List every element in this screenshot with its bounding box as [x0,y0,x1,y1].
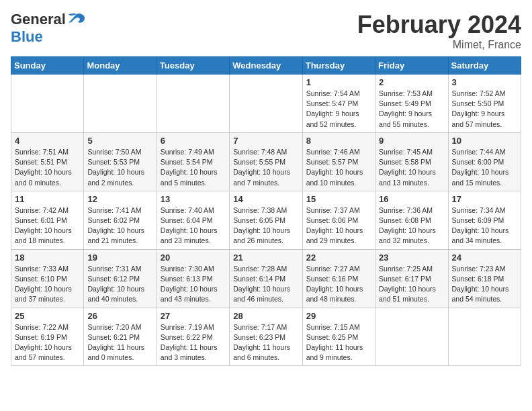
day-number: 3 [452,77,517,87]
day-info: Sunrise: 7:17 AM Sunset: 6:23 PM Dayligh… [233,322,298,363]
calendar-cell: 14Sunrise: 7:38 AM Sunset: 6:05 PM Dayli… [230,191,302,249]
calendar-cell: 3Sunrise: 7:52 AM Sunset: 5:50 PM Daylig… [448,75,521,133]
month-title: February 2024 [357,11,521,39]
calendar-cell: 16Sunrise: 7:36 AM Sunset: 6:08 PM Dayli… [375,191,448,249]
day-number: 29 [306,311,371,321]
calendar-cell: 8Sunrise: 7:46 AM Sunset: 5:57 PM Daylig… [302,132,375,191]
day-info: Sunrise: 7:20 AM Sunset: 6:21 PM Dayligh… [87,322,152,363]
calendar-header-sunday: Sunday [11,57,84,75]
calendar-cell: 10Sunrise: 7:44 AM Sunset: 6:00 PM Dayli… [448,132,521,191]
day-info: Sunrise: 7:40 AM Sunset: 6:04 PM Dayligh… [161,205,226,246]
day-number: 16 [379,194,444,204]
calendar-cell [157,75,229,133]
day-number: 24 [452,253,517,263]
page-header: General Blue February 2024 Mimet, France [11,11,521,51]
calendar-cell: 28Sunrise: 7:17 AM Sunset: 6:23 PM Dayli… [230,308,302,366]
calendar-header-friday: Friday [375,57,448,75]
day-number: 11 [15,194,80,204]
day-number: 25 [15,311,80,321]
calendar-cell: 27Sunrise: 7:19 AM Sunset: 6:22 PM Dayli… [157,308,229,366]
calendar-week-row: 18Sunrise: 7:33 AM Sunset: 6:10 PM Dayli… [11,249,521,308]
day-number: 27 [161,311,226,321]
day-number: 23 [379,253,444,263]
calendar-cell: 15Sunrise: 7:37 AM Sunset: 6:06 PM Dayli… [302,191,375,249]
day-number: 7 [233,136,298,146]
day-info: Sunrise: 7:53 AM Sunset: 5:49 PM Dayligh… [379,89,444,130]
day-info: Sunrise: 7:49 AM Sunset: 5:54 PM Dayligh… [161,147,226,188]
day-info: Sunrise: 7:31 AM Sunset: 6:12 PM Dayligh… [87,264,152,305]
day-number: 5 [87,136,152,146]
calendar-cell [84,75,157,133]
day-number: 13 [161,194,226,204]
day-number: 17 [452,194,517,204]
calendar-cell: 26Sunrise: 7:20 AM Sunset: 6:21 PM Dayli… [84,308,157,366]
day-info: Sunrise: 7:36 AM Sunset: 6:08 PM Dayligh… [379,205,444,246]
day-number: 22 [306,253,371,263]
calendar-cell: 20Sunrise: 7:30 AM Sunset: 6:13 PM Dayli… [157,249,229,308]
calendar-cell: 23Sunrise: 7:25 AM Sunset: 6:17 PM Dayli… [375,249,448,308]
day-info: Sunrise: 7:25 AM Sunset: 6:17 PM Dayligh… [379,264,444,305]
calendar-week-row: 1Sunrise: 7:54 AM Sunset: 5:47 PM Daylig… [11,75,521,133]
calendar-cell: 22Sunrise: 7:27 AM Sunset: 6:16 PM Dayli… [302,249,375,308]
calendar-cell: 13Sunrise: 7:40 AM Sunset: 6:04 PM Dayli… [157,191,229,249]
day-number: 9 [379,136,444,146]
logo-bird-icon [67,11,86,28]
day-number: 6 [161,136,226,146]
calendar-cell [11,75,84,133]
calendar-cell: 24Sunrise: 7:23 AM Sunset: 6:18 PM Dayli… [448,249,521,308]
day-number: 20 [161,253,226,263]
calendar-cell: 4Sunrise: 7:51 AM Sunset: 5:51 PM Daylig… [11,132,84,191]
calendar-cell: 2Sunrise: 7:53 AM Sunset: 5:49 PM Daylig… [375,75,448,133]
calendar-cell: 25Sunrise: 7:22 AM Sunset: 6:19 PM Dayli… [11,308,84,366]
calendar-cell: 7Sunrise: 7:48 AM Sunset: 5:55 PM Daylig… [230,132,302,191]
day-number: 15 [306,194,371,204]
day-info: Sunrise: 7:27 AM Sunset: 6:16 PM Dayligh… [306,264,371,305]
calendar-cell: 18Sunrise: 7:33 AM Sunset: 6:10 PM Dayli… [11,249,84,308]
calendar-header-wednesday: Wednesday [230,57,302,75]
day-info: Sunrise: 7:41 AM Sunset: 6:02 PM Dayligh… [87,205,152,246]
day-info: Sunrise: 7:37 AM Sunset: 6:06 PM Dayligh… [306,205,371,246]
day-number: 18 [15,253,80,263]
calendar-cell: 6Sunrise: 7:49 AM Sunset: 5:54 PM Daylig… [157,132,229,191]
day-number: 10 [452,136,517,146]
calendar-cell [375,308,448,366]
calendar-table: SundayMondayTuesdayWednesdayThursdayFrid… [11,56,521,366]
day-info: Sunrise: 7:30 AM Sunset: 6:13 PM Dayligh… [161,264,226,305]
day-number: 28 [233,311,298,321]
day-number: 1 [306,77,371,87]
calendar-cell: 29Sunrise: 7:15 AM Sunset: 6:25 PM Dayli… [302,308,375,366]
calendar-cell: 19Sunrise: 7:31 AM Sunset: 6:12 PM Dayli… [84,249,157,308]
title-section: February 2024 Mimet, France [357,11,521,51]
logo-blue-text: Blue [11,28,43,46]
calendar-header-monday: Monday [84,57,157,75]
day-info: Sunrise: 7:28 AM Sunset: 6:14 PM Dayligh… [233,264,298,305]
calendar-header-tuesday: Tuesday [157,57,229,75]
calendar-week-row: 4Sunrise: 7:51 AM Sunset: 5:51 PM Daylig… [11,132,521,191]
day-info: Sunrise: 7:38 AM Sunset: 6:05 PM Dayligh… [233,205,298,246]
day-number: 26 [87,311,152,321]
calendar-cell: 12Sunrise: 7:41 AM Sunset: 6:02 PM Dayli… [84,191,157,249]
calendar-cell: 21Sunrise: 7:28 AM Sunset: 6:14 PM Dayli… [230,249,302,308]
calendar-header-thursday: Thursday [302,57,375,75]
calendar-week-row: 25Sunrise: 7:22 AM Sunset: 6:19 PM Dayli… [11,308,521,366]
calendar-cell: 1Sunrise: 7:54 AM Sunset: 5:47 PM Daylig… [302,75,375,133]
calendar-cell [448,308,521,366]
calendar-cell: 17Sunrise: 7:34 AM Sunset: 6:09 PM Dayli… [448,191,521,249]
day-info: Sunrise: 7:23 AM Sunset: 6:18 PM Dayligh… [452,264,517,305]
day-info: Sunrise: 7:42 AM Sunset: 6:01 PM Dayligh… [15,205,80,246]
day-number: 21 [233,253,298,263]
day-number: 4 [15,136,80,146]
day-info: Sunrise: 7:45 AM Sunset: 5:58 PM Dayligh… [379,147,444,188]
calendar-cell [230,75,302,133]
day-number: 14 [233,194,298,204]
day-info: Sunrise: 7:51 AM Sunset: 5:51 PM Dayligh… [15,147,80,188]
day-info: Sunrise: 7:46 AM Sunset: 5:57 PM Dayligh… [306,147,371,188]
day-info: Sunrise: 7:52 AM Sunset: 5:50 PM Dayligh… [452,89,517,130]
day-number: 19 [87,253,152,263]
calendar-cell: 11Sunrise: 7:42 AM Sunset: 6:01 PM Dayli… [11,191,84,249]
day-number: 2 [379,77,444,87]
logo-general-text: General [11,11,66,28]
day-info: Sunrise: 7:33 AM Sunset: 6:10 PM Dayligh… [15,264,80,305]
day-number: 12 [87,194,152,204]
day-info: Sunrise: 7:19 AM Sunset: 6:22 PM Dayligh… [161,322,226,363]
